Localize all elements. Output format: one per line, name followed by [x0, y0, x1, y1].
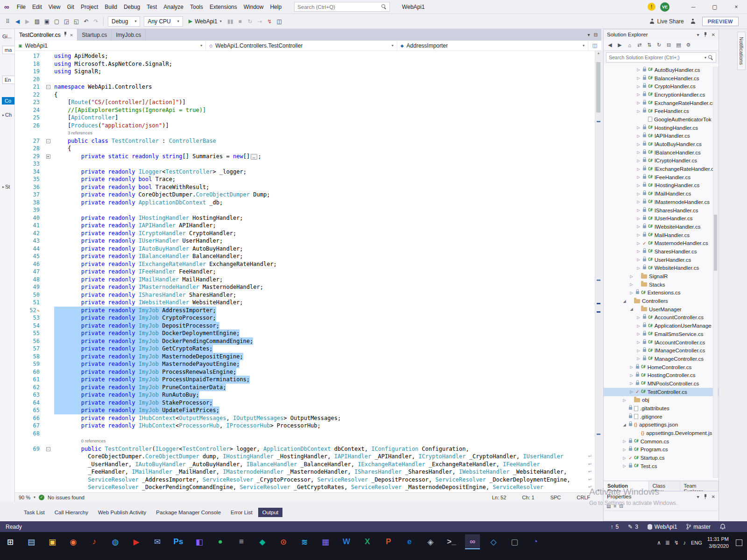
live-share-button[interactable]: Live Share: [649, 18, 684, 25]
code-line[interactable]: 67 private readonly IHubContext<Processo…: [15, 422, 595, 430]
collapsed-chevron-icon[interactable]: ▷: [635, 167, 641, 171]
code-line[interactable]: _UserHandler, IAutoBuyHandler _AutoBuyHa…: [15, 461, 595, 469]
fold-column[interactable]: [42, 98, 54, 106]
tree-item[interactable]: ▷C#Test.cs: [604, 462, 719, 470]
collapsed-chevron-icon[interactable]: ▷: [635, 126, 641, 130]
code-line[interactable]: 22{: [15, 91, 595, 99]
code-line[interactable]: 3 references: [15, 129, 595, 137]
collapsed-chevron-icon[interactable]: ▷: [635, 84, 641, 89]
collapsed-chevron-icon[interactable]: ▷: [628, 282, 634, 287]
fold-column[interactable]: [42, 314, 54, 322]
tree-item[interactable]: ▷✓C#Startup.cs: [604, 454, 719, 462]
code-line[interactable]: 57 private readonly ImyJob GetCryptoRate…: [15, 345, 595, 353]
fold-column[interactable]: -: [42, 83, 54, 91]
fold-column[interactable]: [42, 291, 54, 299]
close-icon[interactable]: ×: [70, 32, 73, 38]
code-line[interactable]: 54 private readonly ImyJob DepositProces…: [15, 322, 595, 330]
tree-item[interactable]: ▷C#ApplicationUserManage: [604, 322, 719, 330]
drag-handle-icon[interactable]: ⠿: [3, 18, 13, 25]
menu-item-window[interactable]: Window: [240, 2, 267, 12]
collapsed-chevron-icon[interactable]: ▷: [635, 315, 641, 320]
fold-column[interactable]: [42, 160, 54, 168]
code-line[interactable]: 62 private readonly ImyJob PruneContaine…: [15, 384, 595, 392]
fold-column[interactable]: [42, 283, 54, 291]
code-line[interactable]: 63 private readonly ImyJob RunAutoBuy;: [15, 391, 595, 399]
tray-icon-1[interactable]: ≣: [665, 539, 670, 546]
tool-window-tab[interactable]: Solution Explo...: [604, 481, 649, 491]
fold-column[interactable]: [42, 183, 54, 191]
collapse-all-icon[interactable]: ⊟: [664, 42, 673, 48]
breadcrumb-dropdown[interactable]: ▣WebApi1▾: [15, 41, 206, 50]
menu-item-debug[interactable]: Debug: [120, 2, 143, 12]
account-avatar[interactable]: VE: [660, 2, 669, 12]
fold-column[interactable]: [42, 453, 54, 461]
code-line[interactable]: 50 private readonly ISharesHandler Share…: [15, 291, 595, 299]
code-line[interactable]: 36 private readonly bool TraceWithResult…: [15, 183, 595, 191]
pending-edits[interactable]: ✎ 3: [628, 524, 638, 530]
collapsed-chevron-icon[interactable]: ▷: [635, 76, 641, 80]
breadcrumb-dropdown[interactable]: ◇WebApi1.Controllers.TestController▾: [206, 41, 397, 50]
code-line[interactable]: 47 private readonly IFeeHandler FeeHandl…: [15, 268, 595, 276]
code-line[interactable]: 34 private readonly ILogger<TestControll…: [15, 168, 595, 176]
collapsed-chevron-icon[interactable]: ▷: [635, 332, 641, 336]
taskbar-icon-excel[interactable]: X: [360, 534, 375, 549]
taskbar-icon-browser-orange[interactable]: ◉: [66, 534, 81, 549]
chevron-down-icon[interactable]: ▾: [34, 495, 35, 499]
tree-item[interactable]: ▷C#IMailHandler.cs: [604, 189, 719, 198]
code-line[interactable]: 33: [15, 160, 595, 168]
document-list-chevron-icon[interactable]: ▾: [588, 32, 590, 37]
git-sliver-item[interactable]: Gi...: [2, 34, 12, 39]
collapsed-chevron-icon[interactable]: ▷: [628, 274, 634, 279]
collapsed-chevron-icon[interactable]: ▷: [621, 464, 627, 468]
code-line[interactable]: 18using Microsoft.AspNetCore.SignalR;: [15, 60, 595, 68]
fold-column[interactable]: [42, 68, 54, 76]
notifications-tab[interactable]: Notifications: [737, 32, 746, 70]
tree-item[interactable]: ▷obj: [604, 396, 719, 405]
tree-item[interactable]: ▷C#ISharesHandler.cs: [604, 206, 719, 215]
code-line[interactable]: 38 private readonly ApplicationDbContext…: [15, 199, 595, 207]
repository-selector[interactable]: WebApi1: [648, 524, 677, 530]
tree-item[interactable]: ▷C#ManageController.cs: [604, 355, 719, 363]
tree-item[interactable]: ▷C#AutoBuyHandler.cs: [604, 66, 719, 74]
tree-item[interactable]: ▷C#IWebsiteHandler.cs: [604, 223, 719, 231]
home-icon[interactable]: ⌂: [625, 42, 634, 48]
collapsed-chevron-icon[interactable]: ▷: [635, 92, 641, 97]
collapsed-chevron-icon[interactable]: ▷: [635, 200, 641, 204]
health-indicator-icon[interactable]: ✓: [39, 495, 44, 500]
taskbar-icon-edge[interactable]: e: [402, 534, 417, 549]
tool-window-tab[interactable]: Team Explorer: [680, 481, 719, 491]
tree-item[interactable]: ▷C#MNPoolsController.cs: [604, 379, 719, 388]
switch-views-icon[interactable]: ⇄: [635, 42, 644, 48]
fold-column[interactable]: [42, 175, 54, 183]
code-line[interactable]: 0 references: [15, 437, 595, 445]
code-line[interactable]: 21-namespace WebApi1.Controllers: [15, 83, 595, 91]
code-line[interactable]: 37 private readonly CoreObjectDumper.Cor…: [15, 191, 595, 199]
tree-item[interactable]: ▷C#WebsiteHandler.cs: [604, 264, 719, 273]
taskbar-icon-visual-studio[interactable]: ∞: [465, 534, 480, 549]
fold-column[interactable]: [42, 299, 54, 307]
panel-tab-task-list[interactable]: Task List: [20, 508, 49, 517]
tree-item[interactable]: ◢{}appsettings.json: [604, 421, 719, 429]
panel-tab-web-publish-activity[interactable]: Web Publish Activity: [94, 508, 150, 517]
scroll-up-icon[interactable]: ▲: [595, 51, 601, 55]
editor-scrollbar[interactable]: ▲ ▼: [595, 51, 601, 492]
fold-column[interactable]: [42, 91, 54, 99]
fold-column[interactable]: [42, 52, 54, 60]
code-line[interactable]: 20: [15, 76, 595, 84]
pin-icon[interactable]: [704, 494, 707, 499]
properties-icon[interactable]: ⚙: [684, 42, 693, 48]
tree-item[interactable]: {}appsettings.Development.js: [604, 429, 719, 437]
collapsed-chevron-icon[interactable]: ▷: [635, 142, 641, 147]
tree-item[interactable]: ▷C#IHostingHandler.cs: [604, 182, 719, 190]
bell-icon[interactable]: [720, 524, 726, 530]
code-line[interactable]: 28 {: [15, 145, 595, 153]
code-line[interactable]: 27- public class TestController : Contro…: [15, 137, 595, 145]
fold-column[interactable]: [42, 129, 54, 137]
tree-item[interactable]: ▷C#UserHandler.cs: [604, 256, 719, 264]
fold-column[interactable]: [42, 60, 54, 68]
fold-column[interactable]: [42, 476, 54, 484]
tree-item[interactable]: ▷C#HostingHandler.cs: [604, 124, 719, 132]
fold-column[interactable]: [42, 222, 54, 230]
solution-platform-dropdown[interactable]: Any CPU ▾: [144, 16, 183, 27]
collapsed-chevron-icon[interactable]: ▷: [635, 258, 641, 262]
